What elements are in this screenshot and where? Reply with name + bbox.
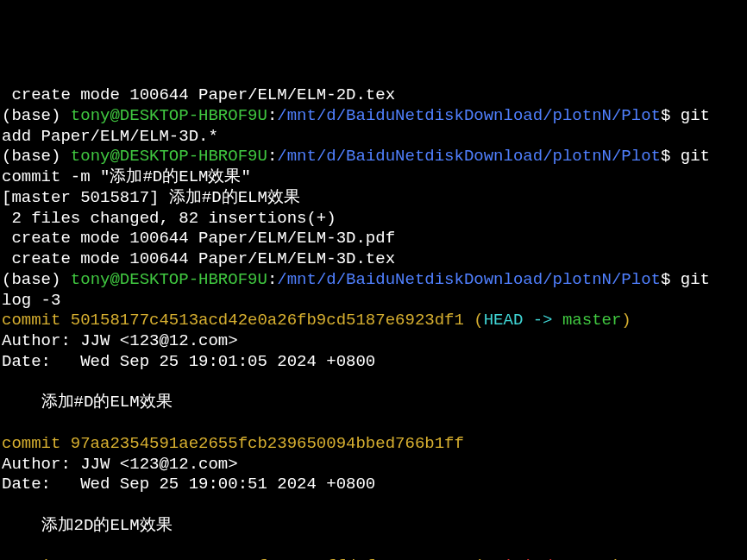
- output-line: create mode 100644 Paper/ELM/ELM-3D.tex: [2, 249, 745, 270]
- prompt-path: /mnt/d/BaiduNetdiskDownload/plotnN/Plot: [277, 270, 661, 289]
- prompt-colon: :: [267, 147, 277, 166]
- prompt-dollar: $: [661, 270, 681, 289]
- blank-line: [2, 537, 745, 557]
- prompt-user: tony@DESKTOP-HBROF9U: [71, 270, 267, 289]
- prompt-colon: :: [267, 270, 277, 289]
- commit-line: commit 465a431e82a69c047caf54eea8ffdef55…: [2, 557, 745, 560]
- prompt-user: tony@DESKTOP-HBROF9U: [71, 106, 267, 125]
- blank-line: [2, 495, 745, 516]
- date-line: Date: Wed Sep 25 19:01:05 2024 +0800: [2, 352, 745, 373]
- command-text: git: [681, 147, 710, 166]
- command-text: log -3: [2, 291, 745, 311]
- blank-line: [2, 373, 745, 393]
- output-line: create mode 100644 Paper/ELM/ELM-3D.pdf: [2, 229, 745, 249]
- prompt-line: (base) tony@DESKTOP-HBROF9U:/mnt/d/Baidu…: [2, 147, 745, 167]
- prompt-base: (base): [2, 106, 71, 125]
- paren: ): [612, 557, 621, 560]
- remote-ref: origin/master: [484, 557, 612, 560]
- terminal-output[interactable]: create mode 100644 Paper/ELM/ELM-2D.tex(…: [2, 85, 745, 560]
- command-text: git: [681, 106, 710, 125]
- output-line: [master 5015817] 添加#D的ELM效果: [2, 188, 745, 209]
- commit-hash: commit 97aa2354591ae2655fcb239650094bbed…: [2, 434, 745, 455]
- prompt-user: tony@DESKTOP-HBROF9U: [71, 147, 267, 166]
- prompt-dollar: $: [661, 106, 681, 125]
- prompt-dollar: $: [661, 147, 681, 166]
- output-line: create mode 100644 Paper/ELM/ELM-2D.tex: [2, 85, 745, 106]
- branch-ref: master: [562, 311, 621, 330]
- paren: (: [464, 311, 484, 330]
- commit-hash: commit 465a431e82a69c047caf54eea8ffdef55…: [2, 557, 464, 560]
- commit-line: commit 50158177c4513acd42e0a26fb9cd5187e…: [2, 311, 745, 331]
- command-text: commit -m "添加#D的ELM效果": [2, 167, 745, 188]
- prompt-colon: :: [267, 106, 277, 125]
- output-line: 2 files changed, 82 insertions(+): [2, 209, 745, 230]
- paren: (: [464, 557, 484, 560]
- author-line: Author: JJW <123@12.com>: [2, 455, 745, 475]
- prompt-path: /mnt/d/BaiduNetdiskDownload/plotnN/Plot: [277, 147, 661, 166]
- commit-message: 添加#D的ELM效果: [2, 393, 745, 413]
- command-text: add Paper/ELM/ELM-3D.*: [2, 127, 745, 148]
- head-ref: HEAD ->: [484, 311, 562, 330]
- prompt-line: (base) tony@DESKTOP-HBROF9U:/mnt/d/Baidu…: [2, 106, 745, 127]
- command-text: git: [681, 270, 710, 289]
- commit-hash: commit 50158177c4513acd42e0a26fb9cd5187e…: [2, 311, 464, 330]
- prompt-base: (base): [2, 270, 71, 289]
- paren: ): [621, 311, 631, 330]
- prompt-line: (base) tony@DESKTOP-HBROF9U:/mnt/d/Baidu…: [2, 270, 745, 291]
- blank-line: [2, 413, 745, 434]
- commit-message: 添加2D的ELM效果: [2, 516, 745, 537]
- date-line: Date: Wed Sep 25 19:00:51 2024 +0800: [2, 475, 745, 495]
- prompt-path: /mnt/d/BaiduNetdiskDownload/plotnN/Plot: [277, 106, 661, 125]
- author-line: Author: JJW <123@12.com>: [2, 331, 745, 352]
- prompt-base: (base): [2, 147, 71, 166]
